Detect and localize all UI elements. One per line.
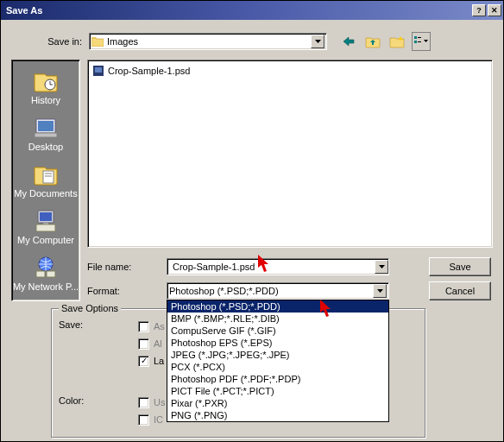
svg-rect-2 [418, 37, 421, 38]
save-option-layers[interactable]: La [138, 354, 164, 368]
format-value: Photoshop (*.PSD;*.PDD) [169, 286, 373, 296]
color-option-1: Us [138, 395, 165, 409]
svg-rect-14 [43, 223, 48, 224]
format-option[interactable]: PNG (*.PNG) [167, 409, 388, 421]
chevron-down-icon[interactable] [375, 260, 388, 274]
filename-field[interactable] [171, 259, 385, 275]
color-option-icc: IC [138, 413, 163, 426]
chevron-down-icon[interactable] [373, 284, 387, 298]
save-as-dialog: Save As ? ✕ Save in: Images [0, 0, 504, 442]
places-mynetwork[interactable]: My Network P... [12, 250, 79, 297]
titlebar[interactable]: Save As ? ✕ [1, 1, 503, 20]
folder-icon [91, 36, 104, 47]
format-option[interactable]: JPEG (*.JPG;*.JPEG;*.JPE) [167, 349, 388, 361]
cancel-button[interactable]: Cancel [429, 281, 491, 300]
format-option[interactable]: Photoshop (*.PSD;*.PDD) [167, 300, 388, 313]
close-button[interactable]: ✕ [488, 4, 501, 16]
places-mycomputer[interactable]: My Computer [12, 204, 79, 250]
svg-rect-3 [418, 41, 421, 42]
svg-rect-16 [36, 271, 45, 277]
save-in-combo[interactable]: Images [89, 33, 327, 50]
window-title: Save As [6, 5, 42, 16]
format-option[interactable]: Pixar (*.PXR) [167, 397, 388, 409]
mydocuments-icon [31, 161, 60, 186]
save-button[interactable]: Save [429, 257, 491, 276]
filename-input[interactable] [167, 258, 389, 275]
format-option[interactable]: Photoshop EPS (*.EPS) [167, 337, 388, 349]
svg-rect-7 [35, 133, 57, 137]
svg-rect-6 [38, 121, 54, 131]
network-icon [31, 254, 60, 280]
places-desktop[interactable]: Desktop [12, 110, 79, 157]
back-button[interactable] [339, 32, 358, 51]
save-in-value: Images [107, 36, 311, 47]
format-combo[interactable]: Photoshop (*.PSD;*.PDD) [167, 282, 389, 300]
format-option[interactable]: BMP (*.BMP;*.RLE;*.DIB) [167, 313, 388, 325]
places-mydocuments[interactable]: My Documents [12, 157, 79, 204]
svg-rect-17 [47, 271, 55, 277]
help-button[interactable]: ? [472, 4, 486, 16]
svg-rect-13 [36, 224, 55, 231]
file-list[interactable]: Crop-Sample-1.psd [87, 60, 493, 248]
format-label: Format: [87, 286, 167, 296]
psd-file-icon [91, 65, 105, 77]
history-icon [31, 67, 60, 93]
format-option[interactable]: PCX (*.PCX) [167, 361, 388, 373]
chevron-down-icon[interactable] [311, 35, 324, 48]
filename-label: File name: [87, 262, 167, 272]
format-dropdown[interactable]: Photoshop (*.PSD;*.PDD)BMP (*.BMP;*.RLE;… [167, 300, 389, 422]
save-option-alpha: Al [138, 337, 162, 350]
svg-rect-0 [414, 36, 417, 39]
view-menu-button[interactable] [412, 32, 431, 51]
file-item[interactable]: Crop-Sample-1.psd [91, 64, 488, 78]
svg-rect-12 [40, 212, 52, 221]
mycomputer-icon [31, 207, 60, 233]
format-option[interactable]: PICT File (*.PCT;*.PICT) [167, 385, 388, 397]
desktop-icon [31, 114, 60, 140]
places-history[interactable]: History [12, 64, 79, 110]
save-option-as: As [138, 319, 165, 333]
up-folder-button[interactable] [363, 32, 382, 51]
places-bar: History Desktop My Documents My Computer [11, 60, 80, 301]
format-option[interactable]: CompuServe GIF (*.GIF) [167, 325, 388, 337]
new-folder-button[interactable] [387, 32, 406, 51]
format-option[interactable]: Photoshop PDF (*.PDF;*.PDP) [167, 373, 388, 385]
svg-rect-1 [414, 41, 417, 43]
svg-rect-19 [95, 67, 102, 73]
save-in-label: Save in: [35, 36, 89, 47]
svg-rect-8 [43, 171, 54, 183]
